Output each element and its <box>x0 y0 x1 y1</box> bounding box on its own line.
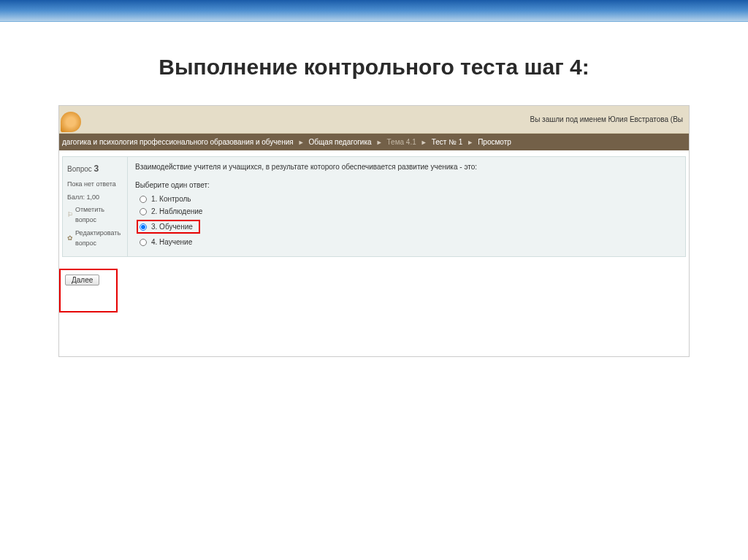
breadcrumb-item[interactable]: Просмотр <box>478 138 511 146</box>
question-sidebar: Вопрос 3 Пока нет ответа Балл: 1,00 ⚐ От… <box>62 156 128 257</box>
breadcrumb-sep-icon: ► <box>421 139 427 146</box>
question-status: Пока нет ответа <box>67 179 123 189</box>
breadcrumb: дагогика и психология профессионального … <box>59 134 689 150</box>
login-info-text: Вы зашли под именем Юлия Евстратова (Вы <box>530 115 683 123</box>
answer-label: 3. Обучение <box>151 223 193 231</box>
gear-icon: ✿ <box>67 233 73 243</box>
answer-radio[interactable] <box>140 239 147 246</box>
breadcrumb-sep-icon: ► <box>376 139 383 146</box>
embedded-screenshot: Вы зашли под именем Юлия Евстратова (Вы … <box>58 105 690 357</box>
edit-question-link[interactable]: ✿ Редактировать вопрос <box>67 228 123 249</box>
breadcrumb-item[interactable]: Общая педагогика <box>309 138 372 146</box>
breadcrumb-item[interactable]: Тема 4.1 <box>387 138 416 146</box>
answer-radio[interactable] <box>140 223 147 231</box>
answer-radio[interactable] <box>140 208 147 215</box>
breadcrumb-item[interactable]: Тест № 1 <box>432 138 463 146</box>
app-header: Вы зашли под именем Юлия Евстратова (Вы <box>59 106 689 134</box>
breadcrumb-sep-icon: ► <box>467 139 473 146</box>
next-button[interactable]: Далее <box>65 275 99 285</box>
answer-label: 4. Научение <box>151 238 192 246</box>
answer-option[interactable]: 1. Контроль <box>140 195 678 203</box>
answer-option[interactable]: 3. Обучение <box>140 223 193 231</box>
breadcrumb-item[interactable]: дагогика и психология профессионального … <box>62 138 294 146</box>
question-main: Взаимодействие учителя и учащихся, в рез… <box>128 156 686 257</box>
question-text: Взаимодействие учителя и учащихся, в рез… <box>135 163 678 171</box>
breadcrumb-sep-icon: ► <box>298 139 305 146</box>
next-button-highlight: Далее <box>59 269 118 312</box>
flag-icon: ⚐ <box>67 210 73 220</box>
answer-option[interactable]: 4. Научение <box>140 238 678 246</box>
slide-top-gradient <box>0 0 748 22</box>
nav-region: Далее <box>59 257 689 312</box>
question-block: Вопрос 3 Пока нет ответа Балл: 1,00 ⚐ От… <box>59 150 689 257</box>
question-score: Балл: 1,00 <box>67 192 123 202</box>
slide-title: Выполнение контрольного теста шаг 4: <box>0 55 748 80</box>
selected-answer-highlight: 3. Обучение <box>137 220 200 234</box>
answer-label: 1. Контроль <box>151 195 191 203</box>
answer-list: 1. Контроль 2. Наблюдение 3. Обучение 4.… <box>135 195 678 246</box>
app-logo <box>61 112 81 132</box>
answer-option[interactable]: 2. Наблюдение <box>140 207 678 215</box>
question-number-label: Вопрос 3 <box>67 162 123 176</box>
question-instruction: Выберите один ответ: <box>135 181 678 189</box>
flag-question-link[interactable]: ⚐ Отметить вопрос <box>67 204 123 226</box>
answer-label: 2. Наблюдение <box>151 207 202 215</box>
answer-radio[interactable] <box>140 196 147 203</box>
